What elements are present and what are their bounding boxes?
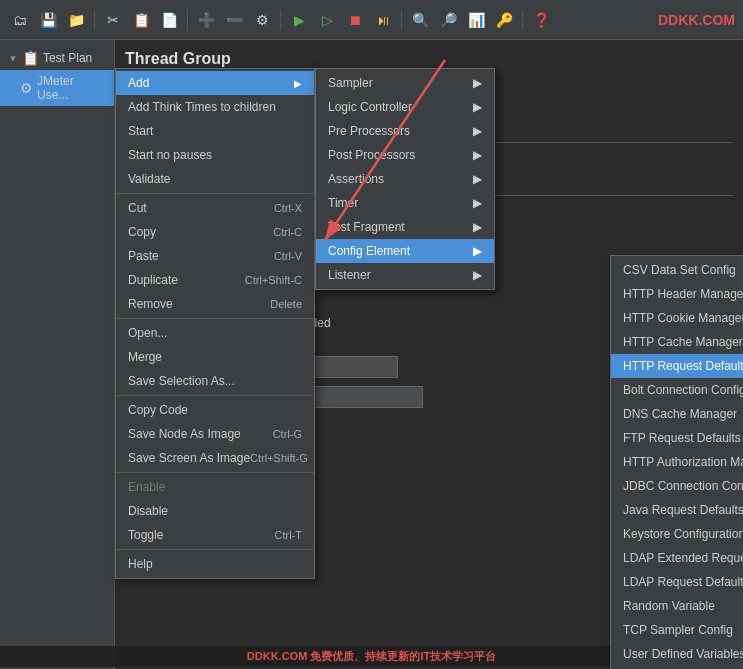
toolbar-sep-4: [401, 10, 402, 30]
menu2-pre-processors[interactable]: Pre Processors ▶: [316, 119, 494, 143]
menu1-save-node-image[interactable]: Save Node As Image Ctrl-G: [116, 422, 314, 446]
tree-item-testplan[interactable]: ▼ 📋 Test Plan: [0, 46, 114, 70]
context-menu-1: Add ▶ Add Think Times to children Start …: [115, 68, 315, 579]
menu1-disable[interactable]: Disable: [116, 499, 314, 523]
menu3-ldap-label: LDAP Request Defaults: [623, 575, 743, 589]
menu1-toggle-shortcut: Ctrl-T: [275, 529, 303, 541]
menu3-dns-label: DNS Cache Manager: [623, 407, 737, 421]
menu1-copy-label: Copy: [128, 225, 156, 239]
toolbar-icon-start-nopause[interactable]: ▷: [315, 8, 339, 32]
menu1-cut[interactable]: Cut Ctrl-X: [116, 196, 314, 220]
toolbar-icon-save[interactable]: 💾: [36, 8, 60, 32]
brand-label: DDKK.COM: [658, 12, 735, 28]
tree-item-label: Test Plan: [43, 51, 92, 65]
menu3-tcp-label: TCP Sampler Config: [623, 623, 733, 637]
menu2-timer-label: Timer: [328, 196, 358, 210]
menu2-timer-arrow: ▶: [473, 196, 482, 210]
toolbar-icon-monitor[interactable]: 📊: [464, 8, 488, 32]
toolbar-icon-search[interactable]: 🔍: [408, 8, 432, 32]
menu3-http-cache[interactable]: HTTP Cache Manager: [611, 330, 743, 354]
menu3-jdbc-label: JDBC Connection Configuration: [623, 479, 743, 493]
menu1-save-node-image-label: Save Node As Image: [128, 427, 241, 441]
menu1-save-screen-image[interactable]: Save Screen As Image Ctrl+Shift-G: [116, 446, 314, 470]
toolbar-icon-add[interactable]: ➕: [194, 8, 218, 32]
menu1-start[interactable]: Start: [116, 119, 314, 143]
menu3-http-cookie[interactable]: HTTP Cookie Manager: [611, 306, 743, 330]
toolbar-icon-open[interactable]: 🗂: [8, 8, 32, 32]
menu2-config-element[interactable]: Config Element ▶: [316, 239, 494, 263]
menu3-http-cache-label: HTTP Cache Manager: [623, 335, 743, 349]
menu1-open[interactable]: Open...: [116, 321, 314, 345]
menu3-csv[interactable]: CSV Data Set Config: [611, 258, 743, 282]
menu2-listener[interactable]: Listener ▶: [316, 263, 494, 287]
watermark-text: DDKK.COM 免费优质、持续更新的IT技术学习平台: [247, 650, 496, 662]
menu3-java[interactable]: Java Request Defaults: [611, 498, 743, 522]
menu2-post-arrow: ▶: [473, 148, 482, 162]
menu3-ldap[interactable]: LDAP Request Defaults: [611, 570, 743, 594]
sep-4: [116, 472, 314, 473]
toolbar-icon-shutdown[interactable]: ⏯: [371, 8, 395, 32]
menu2-post-processors[interactable]: Post Processors ▶: [316, 143, 494, 167]
menu1-save-screen-image-label: Save Screen As Image: [128, 451, 250, 465]
menu2-test-fragment[interactable]: Test Fragment ▶: [316, 215, 494, 239]
context-menu-2: Sampler ▶ Logic Controller ▶ Pre Process…: [315, 68, 495, 290]
menu3-http-header[interactable]: HTTP Header Manager: [611, 282, 743, 306]
menu1-validate[interactable]: Validate: [116, 167, 314, 191]
menu1-save-selection[interactable]: Save Selection As...: [116, 369, 314, 393]
toolbar-icon-remove[interactable]: ➖: [222, 8, 246, 32]
toolbar-icon-settings[interactable]: ⚙: [250, 8, 274, 32]
menu1-add[interactable]: Add ▶: [116, 71, 314, 95]
toolbar-sep-1: [94, 10, 95, 30]
menu3-http-cookie-label: HTTP Cookie Manager: [623, 311, 743, 325]
menu1-copy-shortcut: Ctrl-C: [273, 226, 302, 238]
main-layout: ▼ 📋 Test Plan ⚙ JMeter Use... Thread Gro…: [0, 40, 743, 669]
sep-2: [116, 318, 314, 319]
menu3-user-defined[interactable]: User Defined Variables: [611, 642, 743, 666]
menu1-merge-label: Merge: [128, 350, 162, 364]
menu1-copy-code-label: Copy Code: [128, 403, 188, 417]
menu2-assertions[interactable]: Assertions ▶: [316, 167, 494, 191]
toolbar-icon-copy[interactable]: 📋: [129, 8, 153, 32]
menu3-keystore-label: Keystore Configuration: [623, 527, 743, 541]
panel-title: Thread Group: [125, 50, 733, 68]
menu1-start-no-pauses[interactable]: Start no pauses: [116, 143, 314, 167]
toolbar-icon-cut[interactable]: ✂: [101, 8, 125, 32]
menu1-remove[interactable]: Remove Delete: [116, 292, 314, 316]
toolbar-icon-start[interactable]: ▶: [287, 8, 311, 32]
menu1-toggle[interactable]: Toggle Ctrl-T: [116, 523, 314, 547]
menu1-think-times[interactable]: Add Think Times to children: [116, 95, 314, 119]
sep-5: [116, 549, 314, 550]
menu1-paste[interactable]: Paste Ctrl-V: [116, 244, 314, 268]
menu3-tcp[interactable]: TCP Sampler Config: [611, 618, 743, 642]
menu3-random[interactable]: Random Variable: [611, 594, 743, 618]
menu3-ldap-ext[interactable]: LDAP Extended Request Defaults: [611, 546, 743, 570]
menu1-duplicate[interactable]: Duplicate Ctrl+Shift-C: [116, 268, 314, 292]
menu3-jdbc[interactable]: JDBC Connection Configuration: [611, 474, 743, 498]
menu3-keystore[interactable]: Keystore Configuration: [611, 522, 743, 546]
toolbar-icon-help[interactable]: ❓: [529, 8, 553, 32]
menu3-http-request-defaults[interactable]: HTTP Request Defaults: [611, 354, 743, 378]
menu3-http-auth[interactable]: HTTP Authorization Manager: [611, 450, 743, 474]
menu3-http-header-label: HTTP Header Manager: [623, 287, 743, 301]
menu1-help[interactable]: Help: [116, 552, 314, 576]
menu2-timer[interactable]: Timer ▶: [316, 191, 494, 215]
testplan-icon: 📋: [22, 50, 39, 66]
menu1-remove-shortcut: Delete: [270, 298, 302, 310]
toolbar-icon-key[interactable]: 🔑: [492, 8, 516, 32]
tree-item-jmeter[interactable]: ⚙ JMeter Use...: [0, 70, 114, 106]
menu2-logic-controller[interactable]: Logic Controller ▶: [316, 95, 494, 119]
menu1-merge[interactable]: Merge: [116, 345, 314, 369]
menu1-open-label: Open...: [128, 326, 167, 340]
toolbar-icon-stop[interactable]: ⏹: [343, 8, 367, 32]
toolbar-icon-paste[interactable]: 📄: [157, 8, 181, 32]
menu3-bolt[interactable]: Bolt Connection Configuration: [611, 378, 743, 402]
menu2-sampler[interactable]: Sampler ▶: [316, 71, 494, 95]
menu1-start-no-pauses-label: Start no pauses: [128, 148, 212, 162]
toolbar-icon-zoom[interactable]: 🔎: [436, 8, 460, 32]
tree-arrow: ▼: [8, 53, 18, 64]
menu1-copy-code[interactable]: Copy Code: [116, 398, 314, 422]
menu3-dns[interactable]: DNS Cache Manager: [611, 402, 743, 426]
menu1-copy[interactable]: Copy Ctrl-C: [116, 220, 314, 244]
menu3-ftp[interactable]: FTP Request Defaults: [611, 426, 743, 450]
toolbar-icon-saveas[interactable]: 📁: [64, 8, 88, 32]
